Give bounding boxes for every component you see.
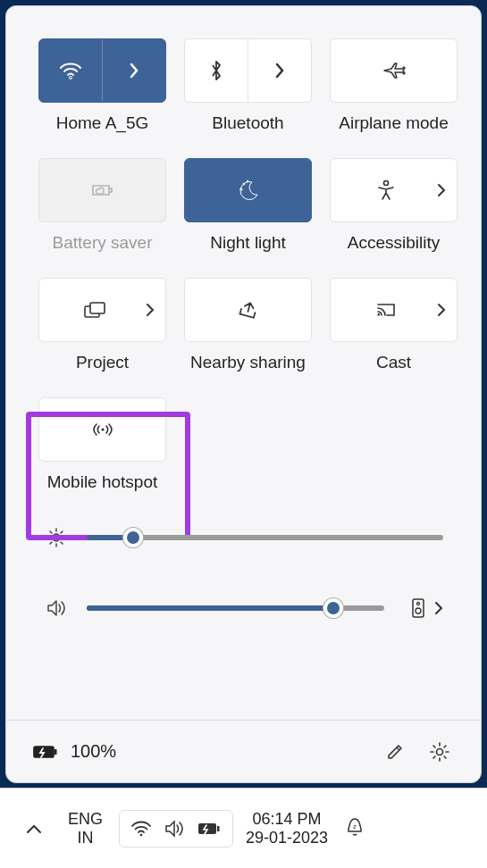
battery-saver-label: Battery saver [53,233,153,253]
nightlight-label: Night light [210,233,286,253]
svg-point-9 [53,534,60,541]
tile-wrap-nightlight: Night light [184,158,312,253]
chevron-right-icon [437,303,446,317]
tile-wrap-wifi: Home A_5G [38,38,166,133]
svg-point-23 [437,748,443,755]
volume-slider[interactable] [87,605,384,611]
project-label: Project [76,353,129,372]
cast-icon [375,301,397,319]
notifications-button[interactable]: z [340,816,369,841]
hotspot-tile[interactable] [38,397,166,462]
wifi-tile[interactable] [38,38,166,103]
svg-text:z: z [353,822,357,830]
svg-point-3 [247,180,248,182]
svg-point-19 [417,603,420,605]
battery-text: 100% [71,741,116,762]
edit-button[interactable] [379,736,411,768]
notification-dnd-icon: z [344,816,365,838]
hotspot-label: Mobile hotspot [47,472,158,492]
wifi-icon [59,62,82,79]
nearby-label: Nearby sharing [190,353,306,372]
svg-rect-22 [55,749,57,755]
wifi-toggle[interactable] [39,39,103,102]
tiles-grid: Home A_5G Bluetooth [6,6,481,501]
pencil-icon [385,742,405,762]
nearby-tile[interactable] [184,278,312,342]
bluetooth-icon [209,60,223,81]
project-icon [83,301,106,319]
system-tray-status[interactable] [119,810,233,847]
chevron-right-icon [146,303,155,317]
nightlight-tile[interactable] [184,158,312,222]
accessibility-icon [376,179,396,201]
settings-button[interactable] [424,736,456,768]
chevron-right-icon [274,63,285,79]
tile-wrap-airplane: Airplane mode [330,38,458,133]
clock-button[interactable]: 06:14 PM 29-01-2023 [240,810,333,847]
brightness-icon [44,528,69,547]
svg-point-2 [239,188,241,190]
tile-wrap-nearby: Nearby sharing [184,278,312,372]
lang-line2: IN [68,829,103,847]
svg-point-0 [70,77,72,79]
volume-icon [44,598,69,618]
taskbar: ENG IN 06:14 PM 29-01-2023 z [0,788,487,868]
airplane-tile[interactable] [330,38,458,103]
chevron-right-icon [129,63,139,79]
quick-settings-panel: Home A_5G Bluetooth [5,5,482,783]
svg-point-8 [101,428,104,430]
tile-wrap-project: Project [38,278,166,372]
hotspot-icon [91,421,114,438]
svg-line-15 [61,542,63,544]
nightlight-icon [236,179,261,202]
nearby-share-icon [238,300,259,320]
svg-rect-21 [34,747,54,757]
wifi-label: Home A_5G [56,113,149,133]
svg-point-7 [377,313,379,315]
tile-wrap-cast: Cast [330,278,458,372]
svg-point-20 [416,608,421,613]
brightness-slider[interactable] [87,535,443,540]
project-tile[interactable] [38,278,166,342]
bluetooth-tile[interactable] [184,38,312,103]
wifi-expand[interactable] [103,39,165,102]
svg-rect-25 [198,823,216,834]
svg-point-24 [140,833,143,836]
tile-wrap-hotspot: Mobile hotspot [38,397,166,492]
svg-line-16 [61,531,63,533]
svg-point-4 [383,181,388,186]
panel-footer: 100% [6,720,481,782]
date-text: 29-01-2023 [246,829,328,847]
volume-row [44,597,443,619]
tile-wrap-battery-saver: Battery saver [38,158,166,253]
accessibility-tile[interactable] [330,158,458,222]
svg-rect-26 [217,826,220,831]
chevron-right-icon [434,601,443,615]
wifi-icon [130,821,152,837]
svg-line-17 [50,542,52,544]
language-button[interactable]: ENG IN [59,810,112,847]
lang-line1: ENG [68,810,103,829]
cast-tile[interactable] [330,278,458,342]
battery-saver-icon [89,181,116,199]
tray-overflow-button[interactable] [16,823,52,834]
svg-line-14 [50,531,52,533]
cast-label: Cast [376,353,411,372]
accessibility-label: Accessibility [348,233,440,253]
bluetooth-toggle[interactable] [185,39,248,102]
battery-saver-tile[interactable] [38,158,166,222]
volume-icon [164,820,184,838]
time-text: 06:14 PM [246,810,328,829]
airplane-icon [382,61,406,80]
speaker-device-icon [411,597,425,619]
battery-charging-icon [197,821,222,837]
battery-charging-icon [31,743,58,761]
svg-rect-6 [90,303,105,313]
bluetooth-expand[interactable] [248,39,311,102]
sliders-section [6,501,481,637]
airplane-label: Airplane mode [339,113,449,133]
chevron-right-icon [437,183,446,197]
tile-wrap-accessibility: Accessibility [330,158,458,253]
volume-output-selector[interactable] [411,597,443,619]
gear-icon [429,741,450,763]
